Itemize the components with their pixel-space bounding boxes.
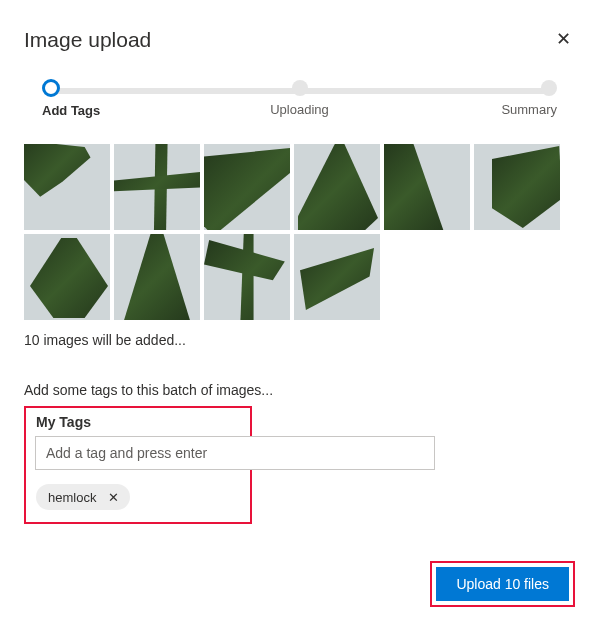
step-dot-icon: [541, 80, 557, 96]
image-thumbnail[interactable]: [114, 234, 200, 320]
my-tags-heading: My Tags: [36, 414, 240, 430]
image-thumbnail[interactable]: [114, 144, 200, 230]
image-thumbnail[interactable]: [294, 234, 380, 320]
tag-chip-label: hemlock: [48, 490, 96, 505]
tag-input-placeholder: Add a tag and press enter: [46, 445, 207, 461]
image-thumbnail[interactable]: [204, 234, 290, 320]
my-tags-section: My Tags Add a tag and press enter hemloc…: [24, 406, 252, 524]
step-label: Summary: [501, 102, 557, 117]
thumbnail-grid: [24, 144, 575, 320]
image-thumbnail[interactable]: [24, 144, 110, 230]
upload-button-highlight: Upload 10 files: [430, 561, 575, 607]
close-icon: ✕: [108, 490, 119, 505]
image-thumbnail[interactable]: [24, 234, 110, 320]
step-uploading: Uploading: [260, 80, 340, 117]
tag-input[interactable]: Add a tag and press enter: [35, 436, 435, 470]
upload-files-button[interactable]: Upload 10 files: [436, 567, 569, 601]
upload-status-text: 10 images will be added...: [24, 332, 575, 348]
image-thumbnail[interactable]: [204, 144, 290, 230]
step-label: Uploading: [270, 102, 329, 117]
close-button[interactable]: ✕: [552, 28, 575, 50]
image-thumbnail[interactable]: [384, 144, 470, 230]
step-label: Add Tags: [42, 103, 100, 118]
dialog-title: Image upload: [24, 28, 151, 52]
close-icon: ✕: [556, 29, 571, 49]
tag-prompt-text: Add some tags to this batch of images...: [24, 382, 575, 398]
step-dot-icon: [292, 80, 308, 96]
step-add-tags: Add Tags: [42, 80, 122, 118]
tag-chip[interactable]: hemlock ✕: [36, 484, 130, 510]
image-thumbnail[interactable]: [474, 144, 560, 230]
progress-stepper: Add Tags Uploading Summary: [24, 80, 575, 128]
step-dot-icon: [42, 79, 60, 97]
remove-tag-button[interactable]: ✕: [104, 488, 122, 506]
step-summary: Summary: [477, 80, 557, 117]
image-thumbnail[interactable]: [294, 144, 380, 230]
